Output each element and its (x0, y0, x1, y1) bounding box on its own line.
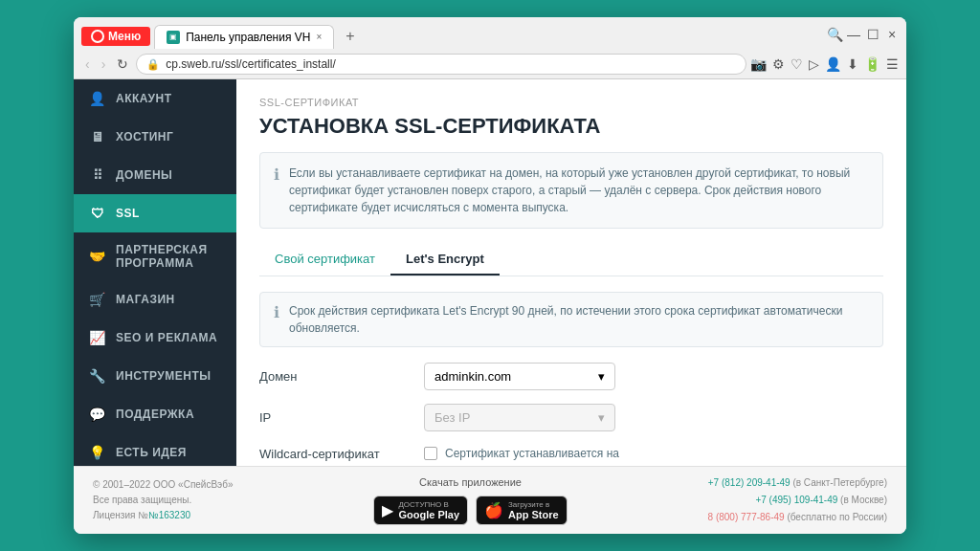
sidebar-item-domains[interactable]: ⠿ ДОМЕНЫ (74, 156, 236, 194)
footer-license-link[interactable]: №163230 (148, 510, 190, 520)
sidebar-item-tools[interactable]: 🔧 ИНСТРУМЕНТЫ (74, 357, 236, 395)
battery-icon[interactable]: 🔋 (864, 56, 880, 72)
breadcrumb: SSL-СЕРТИФИКАТ (259, 97, 883, 108)
footer: © 2001–2022 ООО «СпейсВэб» Все права защ… (74, 466, 906, 534)
sidebar-item-partner[interactable]: 🤝 ПАРТНЕРСКАЯ ПРОГРАММА (74, 232, 236, 280)
search-button[interactable]: 🔍 (828, 28, 841, 41)
sidebar-label-tools: ИНСТРУМЕНТЫ (116, 369, 212, 383)
user-icon[interactable]: 👤 (825, 56, 841, 72)
browser-window: Меню ▣ Панель управления VH × + 🔍 — ☐ × … (74, 17, 906, 534)
sidebar-label-store: МАГАЗИН (116, 293, 175, 306)
sidebar-item-idea[interactable]: 💡 ЕСТЬ ИДЕЯ (74, 433, 236, 466)
ip-select[interactable]: Без IP ▾ (424, 404, 615, 431)
back-button[interactable]: ‹ (81, 55, 94, 74)
phone-free-link[interactable]: 8 (800) 777-86-49 (708, 512, 785, 522)
nav-bar: ‹ › ↻ 🔒 cp.sweb.ru/ssl/certificates_inst… (74, 50, 906, 78)
sidebar: 👤 АККАУНТ 🖥 ХОСТИНГ ⠿ ДОМЕНЫ 🛡 SSL 🤝 ПАР… (74, 79, 236, 466)
footer-phone-msk: +7 (495) 109-41-49 (в Москве) (708, 492, 887, 509)
info-box: ℹ Если вы устанавливаете сертификат на д… (259, 152, 883, 229)
info-text: Если вы устанавливаете сертификат на дом… (289, 165, 869, 216)
info-icon: ℹ (274, 165, 279, 184)
sidebar-label-account: АККАУНТ (116, 92, 171, 105)
sidebar-label-ssl: SSL (116, 207, 140, 220)
sidebar-item-store[interactable]: 🛒 МАГАЗИН (74, 280, 236, 319)
footer-right: +7 (812) 209-41-49 (в Санкт-Петербурге) … (708, 474, 887, 526)
tab-favicon: ▣ (167, 31, 180, 44)
app-store-text: Загрузите в App Store (508, 500, 559, 520)
sidebar-item-ssl[interactable]: 🛡 SSL (74, 194, 236, 232)
maximize-button[interactable]: ☐ (866, 28, 880, 41)
nav-right-icons: 📷 ⚙ ♡ ▷ 👤 ⬇ 🔋 ☰ (750, 56, 899, 72)
idea-icon: 💡 (89, 444, 106, 461)
tab-own-cert[interactable]: Свой сертификат (259, 244, 390, 276)
phone-msk-city: (в Москве) (840, 495, 887, 505)
footer-rights: Все права защищены. (93, 493, 234, 508)
footer-phone-spb: +7 (812) 209-41-49 (в Санкт-Петербурге) (708, 474, 887, 492)
minimize-button[interactable]: — (847, 28, 860, 41)
sidebar-label-domains: ДОМЕНЫ (116, 168, 172, 182)
app-badges: ▶ ДОСТУПНО В Google Play 🍎 Загрузите в A… (373, 496, 567, 525)
ip-label: IP (259, 410, 412, 425)
support-icon: 💬 (89, 406, 106, 423)
sidebar-label-seo: SEO И РЕКЛАМА (116, 331, 217, 344)
app-store-badge[interactable]: 🍎 Загрузите в App Store (476, 496, 568, 525)
download-icon[interactable]: ⬇ (847, 56, 858, 72)
encrypt-note-text: Срок действия сертификата Let's Encrypt … (289, 302, 869, 337)
domain-select[interactable]: adminkin.com ▾ (424, 363, 615, 390)
domain-chevron-icon: ▾ (598, 369, 605, 384)
opera-logo (91, 30, 104, 43)
ssl-icon: 🛡 (89, 205, 106, 222)
app-store-name: App Store (508, 509, 559, 520)
phone-msk-link[interactable]: +7 (495) 109-41-49 (755, 495, 837, 505)
partner-icon: 🤝 (89, 248, 106, 265)
opera-menu-button[interactable]: Меню (81, 27, 150, 46)
hosting-icon: 🖥 (89, 128, 106, 145)
sidebar-label-partner: ПАРТНЕРСКАЯ ПРОГРАММА (116, 243, 221, 270)
heart-icon[interactable]: ♡ (791, 56, 803, 72)
wildcard-checkbox[interactable] (424, 447, 437, 460)
tab-close-button[interactable]: × (316, 32, 322, 42)
close-button[interactable]: × (885, 28, 899, 41)
cert-tabs: Свой сертификат Let's Encrypt (259, 244, 883, 276)
browser-chrome: Меню ▣ Панель управления VH × + 🔍 — ☐ × … (74, 17, 906, 79)
title-bar: Меню ▣ Панель управления VH × + 🔍 — ☐ × (74, 17, 906, 50)
forward-button[interactable]: › (98, 55, 110, 74)
google-play-icon: ▶ (382, 501, 393, 519)
encrypt-note: ℹ Срок действия сертификата Let's Encryp… (259, 292, 883, 347)
google-play-name: Google Play (398, 509, 459, 520)
camera-icon[interactable]: 📷 (750, 56, 767, 72)
google-play-badge[interactable]: ▶ ДОСТУПНО В Google Play (373, 496, 468, 525)
seo-icon: 📈 (89, 329, 106, 346)
tab-lets-encrypt[interactable]: Let's Encrypt (390, 244, 500, 276)
tab-title: Панель управления VH (186, 31, 310, 44)
main-area: 👤 АККАУНТ 🖥 ХОСТИНГ ⠿ ДОМЕНЫ 🛡 SSL 🤝 ПАР… (74, 79, 906, 466)
google-play-sub: ДОСТУПНО В (398, 500, 459, 509)
address-text: cp.sweb.ru/ssl/certificates_install/ (166, 57, 335, 71)
account-icon: 👤 (89, 90, 106, 107)
ip-chevron-icon: ▾ (598, 410, 605, 425)
play-icon[interactable]: ▷ (809, 56, 819, 72)
sidebar-label-hosting: ХОСТИНГ (116, 130, 173, 143)
lock-icon: 🔒 (146, 58, 160, 71)
address-bar[interactable]: 🔒 cp.sweb.ru/ssl/certificates_install/ (136, 54, 746, 75)
ip-row: IP Без IP ▾ (259, 404, 883, 431)
domains-icon: ⠿ (89, 166, 106, 184)
sidebar-item-account[interactable]: 👤 АККАУНТ (74, 79, 236, 118)
footer-phone-free: 8 (800) 777-86-49 (бесплатно по России) (708, 509, 887, 526)
content-area: SSL-СЕРТИФИКАТ УСТАНОВКА SSL-СЕРТИФИКАТА… (236, 79, 906, 466)
wildcard-label: Wildcard-сертификат (259, 445, 412, 461)
sidebar-item-support[interactable]: 💬 ПОДДЕРЖКА (74, 395, 236, 433)
reload-button[interactable]: ↻ (113, 55, 132, 74)
phone-spb-link[interactable]: +7 (812) 209-41-49 (708, 477, 791, 488)
sidebar-item-hosting[interactable]: 🖥 ХОСТИНГ (74, 118, 236, 156)
settings-icon[interactable]: ⚙ (772, 56, 785, 72)
menu-icon[interactable]: ☰ (886, 56, 899, 72)
app-store-icon: 🍎 (484, 501, 503, 519)
footer-center: Скачать приложение ▶ ДОСТУПНО В Google P… (373, 476, 567, 525)
sidebar-item-seo[interactable]: 📈 SEO И РЕКЛАМА (74, 319, 236, 357)
google-play-text: ДОСТУПНО В Google Play (398, 500, 459, 520)
page-title: УСТАНОВКА SSL-СЕРТИФИКАТА (259, 114, 883, 139)
sidebar-label-support: ПОДДЕРЖКА (116, 408, 194, 421)
active-tab[interactable]: ▣ Панель управления VH × (154, 25, 334, 49)
new-tab-button[interactable]: + (338, 23, 362, 50)
